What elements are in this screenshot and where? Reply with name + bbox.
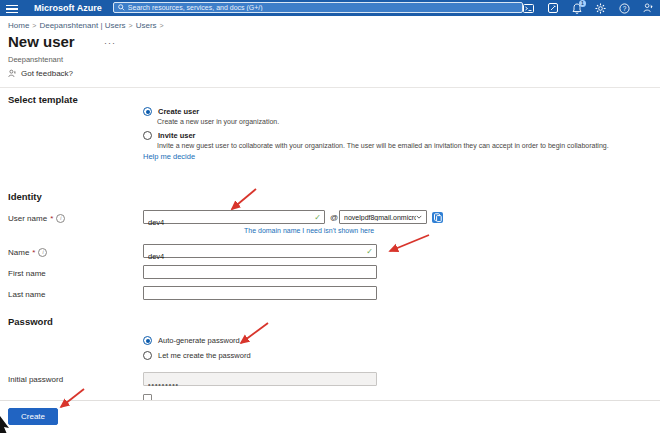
initial-password-input [144, 379, 376, 391]
breadcrumb: Home>Deepanshtenant | Users>Users> [8, 21, 167, 30]
domain-selected-value: novelpdf8gmail.onmicros... [344, 214, 416, 221]
password-heading: Password [8, 316, 53, 327]
name-field[interactable]: ✓ [143, 244, 377, 258]
azure-brand[interactable]: Microsoft Azure [34, 3, 102, 13]
hamburger-menu-icon[interactable] [6, 3, 18, 13]
got-feedback-button[interactable]: Got feedback? [8, 69, 73, 78]
domain-dropdown[interactable]: novelpdf8gmail.onmicros... [339, 210, 427, 224]
breadcrumb-users[interactable]: Users [136, 21, 157, 30]
last-name-field[interactable] [143, 286, 377, 300]
create-user-description: Create a new user in your organization. [157, 118, 279, 125]
last-name-label: Last name [8, 290, 45, 299]
page-subtitle: Deepanshtenant [8, 55, 63, 64]
feedback-icon[interactable] [643, 3, 654, 14]
search-icon [118, 4, 125, 11]
copilot-icon[interactable] [547, 3, 558, 14]
help-icon[interactable]: ? [619, 3, 630, 14]
copy-icon[interactable] [431, 210, 444, 223]
arrow-user-name [232, 189, 256, 209]
invite-user-label: Invite user [158, 131, 196, 140]
autogenerate-password-label: Auto-generate password [158, 336, 240, 345]
svg-text:?: ? [623, 4, 627, 11]
first-name-label: First name [8, 269, 46, 278]
at-sign: @ [330, 213, 338, 222]
radio-invite-user[interactable] [143, 131, 152, 140]
global-search[interactable] [113, 2, 523, 13]
radio-autogenerate-password[interactable] [143, 336, 152, 345]
password-option-create-own[interactable]: Let me create the password [143, 351, 251, 360]
search-input[interactable] [128, 4, 518, 11]
password-option-autogenerate[interactable]: Auto-generate password [143, 336, 240, 345]
first-name-field[interactable] [143, 265, 377, 279]
radio-create-user[interactable] [143, 107, 152, 116]
user-name-field[interactable]: ✓ [143, 210, 325, 224]
valid-check-icon: ✓ [366, 247, 373, 256]
notifications-bell-icon[interactable]: 1 [571, 3, 582, 14]
template-option-invite-user[interactable]: Invite user [143, 131, 196, 140]
radio-create-own-password[interactable] [143, 351, 152, 360]
identity-heading: Identity [8, 191, 42, 202]
command-footer: Create [0, 400, 660, 433]
chevron-down-icon [416, 215, 422, 219]
help-me-decide-link[interactable]: Help me decide [143, 152, 195, 161]
name-label: Name* i [8, 248, 47, 257]
header-divider [0, 87, 660, 88]
name-input[interactable] [144, 251, 376, 263]
valid-check-icon: ✓ [314, 213, 321, 222]
arrow-autogenerate [241, 323, 268, 343]
select-template-heading: Select template [8, 94, 78, 105]
invite-user-description: Invite a new guest user to collaborate w… [157, 142, 609, 149]
required-asterisk: * [50, 214, 53, 223]
required-asterisk: * [32, 248, 35, 257]
breadcrumb-tenant-users[interactable]: Deepanshtenant | Users [39, 21, 125, 30]
template-option-create-user[interactable]: Create user [143, 107, 199, 116]
initial-password-field [143, 372, 377, 386]
breadcrumb-home[interactable]: Home [8, 21, 29, 30]
user-name-label: User name* i [8, 214, 65, 223]
domain-not-shown-link[interactable]: The domain name I need isn't shown here [244, 227, 374, 234]
cloud-shell-icon[interactable] [523, 3, 534, 14]
initial-password-label: Initial password [8, 375, 63, 384]
create-user-label: Create user [158, 107, 199, 116]
page-title: New user [8, 33, 75, 50]
settings-gear-icon[interactable] [595, 3, 606, 14]
info-icon[interactable]: i [56, 214, 65, 223]
create-own-password-label: Let me create the password [158, 351, 251, 360]
got-feedback-label: Got feedback? [21, 69, 73, 78]
first-name-input[interactable] [144, 272, 376, 284]
feedback-smiley-icon [8, 69, 17, 78]
azure-top-bar: Microsoft Azure 1 ? [0, 0, 660, 16]
last-name-input[interactable] [144, 293, 376, 305]
notification-count-badge: 1 [579, 0, 586, 7]
arrow-name [390, 235, 429, 251]
create-button[interactable]: Create [8, 408, 58, 425]
info-icon[interactable]: i [38, 248, 47, 257]
more-options-icon[interactable]: ··· [104, 38, 116, 48]
